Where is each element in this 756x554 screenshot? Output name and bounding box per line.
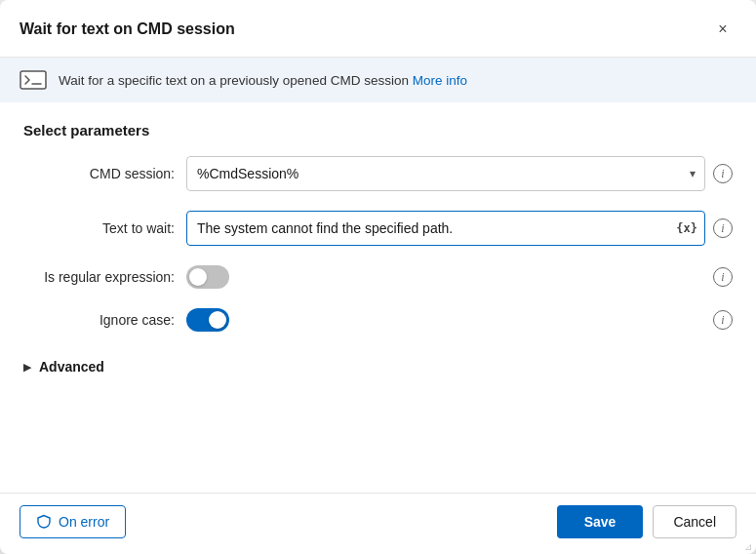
ignore-case-row: Ignore case: i	[23, 308, 733, 332]
advanced-row[interactable]: ▶ Advanced	[23, 351, 733, 382]
advanced-chevron-icon: ▶	[23, 361, 31, 374]
banner-text: Wait for a specific text on a previously…	[59, 73, 467, 88]
section-title: Select parameters	[23, 122, 733, 138]
text-to-wait-control: {x} i	[186, 211, 733, 246]
toggle-track-regex	[186, 265, 229, 289]
text-to-wait-input[interactable]	[186, 211, 705, 246]
is-regular-expression-toggle[interactable]	[186, 265, 229, 289]
cmd-session-info-icon[interactable]: i	[713, 164, 733, 183]
ignore-case-info-icon[interactable]: i	[713, 310, 733, 330]
ignore-case-toggle[interactable]	[186, 308, 229, 332]
close-button[interactable]: ×	[709, 16, 736, 43]
advanced-label: Advanced	[39, 359, 104, 375]
resize-handle: ⊿	[744, 541, 752, 552]
info-banner: Wait for a specific text on a previously…	[0, 58, 756, 102]
variable-button[interactable]: {x}	[676, 221, 697, 235]
toggle-track-ignore	[186, 308, 229, 332]
dialog: Wait for text on CMD session × Wait for …	[0, 0, 756, 554]
cmd-session-label: CMD session:	[23, 166, 175, 181]
text-to-wait-info-icon[interactable]: i	[713, 218, 733, 238]
is-regular-expression-control: i	[186, 265, 733, 289]
text-to-wait-label: Text to wait:	[23, 220, 175, 236]
toggle-thumb-regex	[189, 268, 207, 286]
is-regular-expression-label: Is regular expression:	[23, 269, 175, 285]
footer-actions: Save Cancel	[557, 505, 736, 538]
more-info-link[interactable]: More info	[413, 73, 467, 88]
is-regular-expression-info-icon[interactable]: i	[713, 267, 733, 287]
main-content: Select parameters CMD session: %CmdSessi…	[0, 102, 756, 493]
shield-icon	[36, 514, 52, 530]
save-button[interactable]: Save	[557, 505, 644, 538]
cmd-icon	[20, 69, 47, 91]
on-error-label: On error	[59, 514, 109, 530]
is-regular-expression-row: Is regular expression: i	[23, 265, 733, 289]
ignore-case-label: Ignore case:	[23, 312, 175, 328]
cmd-session-control: %CmdSession% ▾ i	[186, 156, 733, 191]
footer: On error Save Cancel	[0, 493, 756, 554]
on-error-button[interactable]: On error	[20, 505, 126, 538]
toggle-thumb-ignore	[209, 311, 226, 329]
text-to-wait-row: Text to wait: {x} i	[23, 211, 733, 246]
title-bar: Wait for text on CMD session ×	[0, 0, 756, 58]
dialog-title: Wait for text on CMD session	[20, 20, 235, 38]
cmd-session-row: CMD session: %CmdSession% ▾ i	[23, 156, 733, 191]
cancel-button[interactable]: Cancel	[653, 505, 736, 538]
cmd-session-select-wrapper: %CmdSession% ▾	[186, 156, 705, 191]
svg-rect-0	[20, 71, 46, 89]
ignore-case-control: i	[186, 308, 733, 332]
text-input-wrapper: {x}	[186, 211, 705, 246]
cmd-session-select[interactable]: %CmdSession%	[186, 156, 705, 191]
